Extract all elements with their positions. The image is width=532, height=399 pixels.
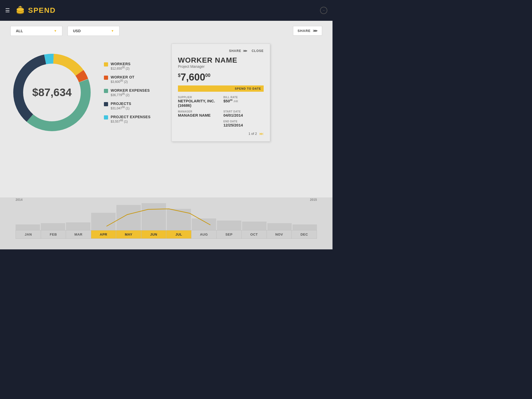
donut-center-amount: $87,634 xyxy=(32,86,72,99)
month-item-dec[interactable]: DEC xyxy=(292,230,317,238)
currency-dropdown-arrow: ▼ xyxy=(111,29,114,33)
month-item-sep[interactable]: SEP xyxy=(217,230,242,238)
chart-area: $87,634 WORKERS $12,65000 (2) WORKER OT … xyxy=(0,41,332,144)
legend-item-workers[interactable]: WORKERS $12,65000 (2) xyxy=(104,62,161,70)
share-button[interactable]: SHARE ⋙ xyxy=(293,26,322,36)
timeline-bar-6 xyxy=(167,209,191,230)
currency-dropdown[interactable]: USD ▼ xyxy=(68,26,119,36)
legend-value-worker-expenses: $36,77905 (2) xyxy=(111,92,150,97)
legend-value-workers: $12,65000 (2) xyxy=(111,66,131,70)
month-item-jul[interactable]: JUL xyxy=(166,230,191,238)
panel-header: SHARE ⋙ CLOSE xyxy=(178,49,264,53)
timeline-bar-2 xyxy=(66,222,90,230)
month-item-oct[interactable]: OCT xyxy=(242,230,267,238)
timeline-bar-0 xyxy=(16,224,40,230)
month-item-may[interactable]: MAY xyxy=(116,230,141,238)
category-dropdown-arrow: ▼ xyxy=(54,29,57,33)
legend-dot-project-expenses xyxy=(104,115,108,119)
timeline-bar-8 xyxy=(217,221,241,230)
legend-label-worker-expenses: WORKER EXPENSES xyxy=(111,88,150,92)
legend-value-worker-ot: $3,60000 (2) xyxy=(111,79,135,84)
timeline-bars xyxy=(16,202,317,230)
legend-dot-projects xyxy=(104,102,108,106)
month-item-apr[interactable]: APR xyxy=(91,230,116,238)
end-date-section: END DATE 12/25/2014 xyxy=(223,120,264,127)
month-item-jun[interactable]: JUN xyxy=(141,230,167,238)
svg-point-3 xyxy=(17,8,24,11)
minimize-button[interactable]: − xyxy=(320,7,327,14)
timeline-bar-4 xyxy=(116,205,141,230)
legend: WORKERS $12,65000 (2) WORKER OT $3,60000… xyxy=(104,62,161,123)
worker-role: Project Manager xyxy=(178,64,264,69)
month-item-mar[interactable]: MAR xyxy=(66,230,91,238)
bill-rate-section: BILL RATE $5000 /HR xyxy=(223,96,264,108)
manager-section: MANAGER MANAGER NAME xyxy=(178,110,218,117)
detail-panel: SHARE ⋙ CLOSE WORKER NAME Project Manage… xyxy=(171,44,270,142)
panel-share-icon: ⋙ xyxy=(243,49,248,53)
months-bar: JANFEBMARAPRMAYJUNJULAUGSEPOCTNOVDEC xyxy=(16,230,317,239)
category-dropdown[interactable]: ALL ▼ xyxy=(10,26,62,36)
app-header: ☰ SPEND − xyxy=(0,0,332,21)
legend-value-projects: $31,04756 (1) xyxy=(111,106,131,110)
spend-to-date-bar: SPEND TO DATE xyxy=(178,85,264,92)
panel-share-button[interactable]: SHARE ⋙ xyxy=(229,49,248,53)
filter-bar: ALL ▼ USD ▼ SHARE ⋙ xyxy=(0,21,332,41)
legend-dot-workers xyxy=(104,62,108,66)
legend-value-project-expenses: $3,55766 (1) xyxy=(111,119,151,123)
timeline-bar-10 xyxy=(267,223,292,230)
share-icon: ⋙ xyxy=(313,29,318,33)
timeline-bar-7 xyxy=(192,218,216,230)
worker-amount: $7,60000 xyxy=(178,72,264,83)
legend-item-worker-ot[interactable]: WORKER OT $3,60000 (2) xyxy=(104,75,161,84)
legend-label-worker-ot: WORKER OT xyxy=(111,75,135,79)
app-title: SPEND xyxy=(28,6,56,15)
timeline-bar-9 xyxy=(242,222,267,230)
month-item-jan[interactable]: JAN xyxy=(16,230,41,238)
legend-label-projects: PROJECTS xyxy=(111,102,131,106)
legend-item-worker-expenses[interactable]: WORKER EXPENSES $36,77905 (2) xyxy=(104,88,161,97)
legend-dot-worker-expenses xyxy=(104,89,108,93)
legend-dot-worker-ot xyxy=(104,76,108,80)
main-content: ALL ▼ USD ▼ SHARE ⋙ xyxy=(0,21,332,249)
legend-label-workers: WORKERS xyxy=(111,62,131,66)
legend-item-projects[interactable]: PROJECTS $31,04756 (1) xyxy=(104,102,161,110)
panel-pagination: 1 of 2 ⏭ xyxy=(178,131,264,136)
supplier-section: SUPPLIER NETPOLARITY, INC. (16686) xyxy=(178,96,218,108)
legend-item-project-expenses[interactable]: PROJECT EXPENSES $3,55766 (1) xyxy=(104,115,161,123)
panel-close-button[interactable]: CLOSE xyxy=(252,49,264,53)
bill-rate-value: $5000 /HR xyxy=(223,99,264,103)
start-date-section: START DATE 04/01/2014 xyxy=(223,110,264,117)
month-item-nov[interactable]: NOV xyxy=(267,230,292,238)
donut-chart[interactable]: $87,634 xyxy=(10,51,94,134)
detail-grid: SUPPLIER NETPOLARITY, INC. (16686) BILL … xyxy=(178,96,264,127)
pagination-next-icon[interactable]: ⏭ xyxy=(260,131,264,136)
timeline-bar-3 xyxy=(91,213,116,230)
month-item-aug[interactable]: AUG xyxy=(191,230,217,238)
worker-name: WORKER NAME xyxy=(178,56,264,64)
spend-icon xyxy=(15,5,25,16)
timeline-bar-5 xyxy=(142,203,166,230)
month-item-feb[interactable]: FEB xyxy=(41,230,66,238)
timeline-bar-11 xyxy=(292,224,317,230)
hamburger-icon[interactable]: ☰ xyxy=(5,7,10,14)
timeline-area: 2014 2015 JANFEBMARAPRMAYJUNJULAUGSEPOCT… xyxy=(0,197,332,249)
legend-label-project-expenses: PROJECT EXPENSES xyxy=(111,115,151,119)
timeline-bar-1 xyxy=(41,223,65,230)
timeline-chart xyxy=(16,202,317,230)
timeline-year-labels: 2014 2015 xyxy=(0,197,332,202)
